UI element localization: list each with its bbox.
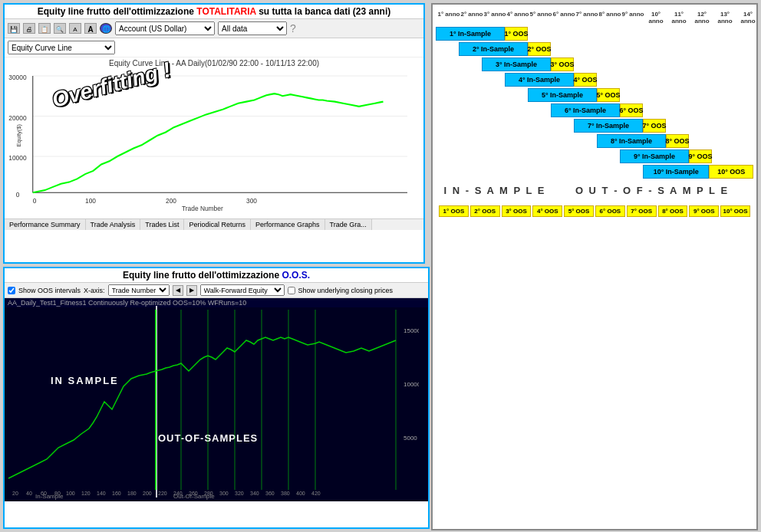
alldata-select[interactable]: All data: [218, 21, 287, 35]
icon-zoom[interactable]: 🔍: [54, 23, 66, 34]
account-select[interactable]: Account (US Dollar): [115, 21, 215, 35]
bottom-chart-area: AA_Daily_Test1_Fitness1 Continuously Re-…: [5, 298, 428, 501]
oos-bottom-4: 4° OOS: [532, 205, 562, 217]
oos-bottom-7: 7° OOS: [627, 205, 657, 217]
bottom-toolbar: Show OOS intervals X-axis: Trade Number …: [5, 283, 428, 298]
wfo-row-5: 5° In-Sample 5° OOS: [436, 88, 753, 102]
icon-copy[interactable]: 📋: [38, 23, 51, 34]
svg-text:10000: 10000: [8, 154, 27, 162]
bottom-left-title: Equity line frutto dell'ottimizzazione O…: [5, 268, 428, 283]
year-2: 2° anno: [460, 11, 483, 25]
icon-save[interactable]: 💾: [8, 23, 20, 34]
tab-performance-graphs[interactable]: Performance Graphs: [251, 219, 325, 230]
out-sample-region: O U T - O F - S A M P L E: [552, 185, 752, 196]
oos-bar-2: 2° OOS: [528, 42, 551, 56]
show-oos-checkbox[interactable]: [8, 287, 15, 294]
svg-text:20: 20: [12, 491, 18, 496]
svg-text:320: 320: [235, 491, 244, 496]
help-icon[interactable]: ?: [290, 22, 296, 34]
svg-text:300: 300: [219, 491, 229, 496]
is-bar-1: 1° In-Sample: [436, 27, 505, 41]
oos-bottom-6: 6° OOS: [595, 205, 625, 217]
is-bar-6: 6° In-Sample: [551, 103, 620, 117]
svg-text:30000: 30000: [8, 74, 27, 81]
oos-bar-7: 7° OOS: [643, 119, 666, 133]
oos-bar-10: 10° OOS: [709, 165, 753, 179]
year-14: 14° anno: [736, 11, 759, 25]
svg-text:340: 340: [250, 491, 259, 496]
bottom-title-oos: O.O.S.: [282, 270, 310, 281]
icon-print[interactable]: 🖨: [23, 23, 35, 34]
oos-bar-3: 3° OOS: [551, 57, 574, 71]
svg-text:420: 420: [311, 491, 321, 496]
tab-trade-gra[interactable]: Trade Gra...: [325, 219, 372, 230]
oos-bar-4: 4° OOS: [574, 73, 597, 87]
show-closing-checkbox[interactable]: [288, 287, 295, 294]
region-labels: I N - S A M P L E O U T - O F - S A M P …: [436, 185, 753, 196]
icon-font1[interactable]: A: [69, 23, 81, 34]
tab-performance-summary[interactable]: Performance Summary: [5, 219, 86, 230]
svg-text:100: 100: [85, 197, 96, 205]
year-12: 12° anno: [690, 11, 713, 25]
svg-text:Equity($): Equity($): [15, 124, 22, 146]
nav-prev[interactable]: ◀: [173, 285, 183, 296]
year-11: 11° anno: [667, 11, 690, 25]
svg-text:220: 220: [158, 491, 167, 496]
is-bar-10: 10° In-Sample: [643, 165, 709, 179]
oos-bottom-2: 2° OOS: [470, 205, 500, 217]
tab-periodical-returns[interactable]: Periodical Returns: [184, 219, 251, 230]
oos-bar-6: 6° OOS: [620, 103, 643, 117]
xaxis-select[interactable]: Trade Number: [108, 284, 170, 296]
tab-trade-analysis[interactable]: Trade Analysis: [86, 219, 141, 230]
year-4: 4° anno: [506, 11, 529, 25]
chart-type-select[interactable]: Equity Curve Line: [8, 41, 115, 54]
bottom-title-prefix: Equity line frutto dell'ottimizzazione: [123, 270, 282, 281]
svg-text:360: 360: [265, 491, 275, 496]
is-bar-9: 9° In-Sample: [620, 149, 689, 163]
svg-text:0: 0: [33, 197, 37, 205]
chart-type-row: Equity Curve Line: [5, 38, 423, 57]
tab-trades-list[interactable]: Trades List: [140, 219, 184, 230]
svg-text:140: 140: [97, 491, 106, 496]
oos-bottom-8: 8° OOS: [658, 205, 688, 217]
year-7: 7° anno: [575, 11, 598, 25]
oos-bottom-9: 9° OOS: [689, 205, 719, 217]
bottom-oos-row: 1° OOS 2° OOS 3° OOS 4° OOS 5° OOS 6° OO…: [436, 202, 753, 220]
icon-font2[interactable]: A: [84, 23, 97, 34]
nav-next[interactable]: ▶: [186, 285, 197, 296]
oos-bottom-10: 10° OOS: [720, 205, 750, 217]
is-bar-3: 3° In-Sample: [482, 57, 551, 71]
wfo-row-9: 9° In-Sample 9° OOS: [436, 149, 753, 163]
equity-chart-svg: 30000 20000 10000 0 Equity($) 0 100 200 …: [5, 67, 423, 213]
svg-text:160: 160: [112, 491, 121, 496]
top-left-panel: Equity line frutto dell'ottimizzazione T…: [3, 3, 425, 264]
is-bar-2: 2° In-Sample: [459, 42, 528, 56]
svg-text:380: 380: [281, 491, 290, 496]
oos-bar-8: 8° OOS: [666, 134, 689, 148]
title-prefix: Equity line frutto dell'ottimizzazione: [38, 6, 197, 17]
wfo-row-7: 7° In-Sample 7° OOS: [436, 119, 753, 133]
icon-globe[interactable]: 🌐: [100, 23, 112, 34]
in-sample-region: I N - S A M P L E: [437, 185, 552, 196]
top-chart-area: Equity Curve Line - AA Daily(01/02/90 22…: [5, 57, 423, 218]
wfo-row-2: 2° In-Sample 2° OOS: [436, 42, 753, 56]
is-bar-7: 7° In-Sample: [574, 119, 643, 133]
year-13: 13° anno: [713, 11, 736, 25]
year-headers-row: 1° anno 2° anno 3° anno 4° anno 5° anno …: [436, 11, 753, 25]
wfo-row-3: 3° In-Sample 3° OOS: [436, 57, 753, 71]
title-suffix: su tutta la banca dati (23 anni): [256, 6, 390, 17]
svg-text:0: 0: [16, 191, 20, 199]
show-closing-label: Show underlying closing prices: [298, 287, 394, 294]
svg-text:10000: 10000: [404, 381, 419, 388]
svg-text:400: 400: [296, 491, 305, 496]
year-1: 1° anno: [437, 11, 460, 25]
is-bar-5: 5° In-Sample: [528, 88, 597, 102]
oos-bar-9: 9° OOS: [689, 149, 712, 163]
title-red: TOTALITARIA: [196, 6, 256, 17]
chart-subtitle: Equity Curve Line - AA Daily(01/02/90 22…: [5, 57, 423, 67]
show-oos-label: Show OOS intervals: [18, 287, 81, 294]
walkforward-select[interactable]: Walk-Forward Equity: [200, 284, 285, 296]
svg-text:100: 100: [66, 491, 75, 496]
oos-chart-svg: 15000 10000 5000 20 40 60 80 100 120 140: [5, 310, 419, 498]
oos-bottom-5: 5° OOS: [564, 205, 594, 217]
